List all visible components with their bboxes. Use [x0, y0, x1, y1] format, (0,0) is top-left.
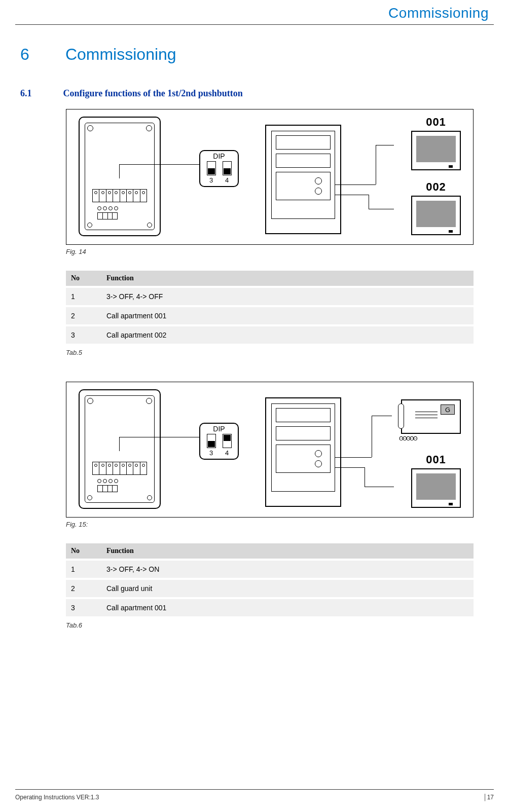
cell-fn: Call apartment 001	[101, 598, 474, 617]
table-row: 3 Call apartment 002	[66, 325, 474, 345]
cell-no: 3	[66, 598, 101, 617]
dip-num-3: 3	[209, 449, 213, 457]
dip-switch-icon: DIP 3 4	[199, 150, 239, 187]
table-6-caption: Tab.6	[66, 621, 474, 629]
table-6: No Function 1 3-> OFF, 4-> ON 2 Call gua…	[66, 543, 474, 618]
table-row: 2 Call apartment 001	[66, 306, 474, 325]
page-footer: Operating Instructions VER:1.3 │17	[15, 789, 494, 801]
dip-switch-4	[223, 434, 232, 448]
monitor-label: 002	[411, 180, 461, 194]
wire-icon	[335, 467, 365, 468]
cell-no: 2	[66, 306, 101, 325]
wire-icon	[376, 145, 394, 145]
figure-14-caption: Fig. 14	[66, 248, 474, 255]
wire-icon	[335, 184, 376, 185]
table-row: 1 3-> OFF, 4-> ON	[66, 560, 474, 579]
monitor-002: 002	[411, 180, 461, 235]
coil-cord-icon: ʘʘʘʘʘ	[399, 435, 417, 442]
table-row: 3 Call apartment 001	[66, 598, 474, 617]
cell-no: 1	[66, 560, 101, 579]
section-title: Configure functions of the 1st/2nd pushb…	[63, 88, 243, 98]
th-no: No	[66, 271, 101, 287]
connector-icon	[97, 212, 118, 219]
guard-unit-icon: G ʘʘʘʘʘ	[401, 399, 461, 434]
table-row: 1 3-> OFF, 4-> OFF	[66, 287, 474, 306]
cell-no: 2	[66, 579, 101, 598]
terminal-strip-icon	[92, 462, 147, 475]
dip-num-4: 4	[225, 449, 229, 457]
dip-switch-4	[223, 161, 232, 175]
wire-icon	[365, 487, 394, 487]
wire-icon	[335, 195, 369, 195]
pcb-back-icon	[79, 117, 161, 236]
footer-left: Operating Instructions VER:1.3	[15, 794, 99, 801]
door-panel-icon	[265, 397, 341, 507]
footer-page-number: │17	[483, 794, 494, 801]
chapter-heading: 6 Commissioning	[15, 45, 494, 64]
th-function: Function	[101, 271, 474, 287]
cell-fn: Call apartment 001	[101, 306, 474, 325]
wire-icon	[372, 416, 372, 457]
table-row: 2 Call guard unit	[66, 579, 474, 598]
wire-icon	[376, 145, 376, 184]
terminal-strip-icon	[92, 189, 147, 202]
th-function: Function	[101, 543, 474, 560]
cell-no: 1	[66, 287, 101, 306]
cell-fn: 3-> OFF, 4-> ON	[101, 560, 474, 579]
dip-switch-3	[207, 161, 216, 175]
wire-icon	[335, 457, 372, 458]
pcb-back-icon	[79, 389, 161, 509]
call-buttons-icon	[315, 450, 322, 467]
wire-icon	[119, 437, 120, 451]
running-header: Commissioning	[15, 5, 494, 21]
wire-icon	[119, 164, 200, 165]
footer-rule	[15, 789, 494, 790]
section-heading: 6.1 Configure functions of the 1st/2nd p…	[15, 88, 494, 99]
cell-fn: 3-> OFF, 4-> OFF	[101, 287, 474, 306]
chapter-number: 6	[20, 45, 61, 64]
call-buttons-icon	[315, 177, 322, 195]
screw-row-icon	[97, 206, 118, 210]
dip-num-3: 3	[209, 176, 213, 184]
cell-no: 3	[66, 325, 101, 345]
monitor-001: 001	[411, 116, 461, 170]
cell-fn: Call guard unit	[101, 579, 474, 598]
table-5: No Function 1 3-> OFF, 4-> OFF 2 Call ap…	[66, 271, 474, 346]
wire-icon	[365, 467, 365, 487]
monitor-label: 001	[411, 116, 461, 129]
dip-switch-3	[207, 434, 216, 448]
th-no: No	[66, 543, 101, 560]
guard-label: G	[441, 404, 455, 415]
monitor-001: 001	[411, 453, 461, 508]
header-rule	[15, 24, 494, 25]
dip-num-4: 4	[225, 176, 229, 184]
section-number: 6.1	[20, 88, 61, 99]
connector-icon	[97, 485, 118, 492]
dip-switch-icon: DIP 3 4	[199, 423, 239, 460]
monitor-label: 001	[411, 453, 461, 466]
wire-icon	[372, 416, 392, 416]
figure-14: DIP 3 4 001	[66, 109, 474, 245]
wire-icon	[119, 437, 200, 437]
table-5-caption: Tab.5	[66, 349, 474, 356]
dip-label: DIP	[203, 425, 235, 433]
figure-15-caption: Fig. 15:	[66, 521, 474, 528]
wire-icon	[369, 195, 369, 209]
wire-icon	[119, 164, 120, 178]
chapter-title: Commissioning	[65, 45, 176, 63]
dip-label: DIP	[203, 152, 235, 160]
door-panel-icon	[265, 125, 341, 234]
wire-icon	[369, 209, 394, 209]
figure-15: DIP 3 4	[66, 382, 474, 518]
screw-row-icon	[97, 479, 118, 483]
cell-fn: Call apartment 002	[101, 325, 474, 345]
